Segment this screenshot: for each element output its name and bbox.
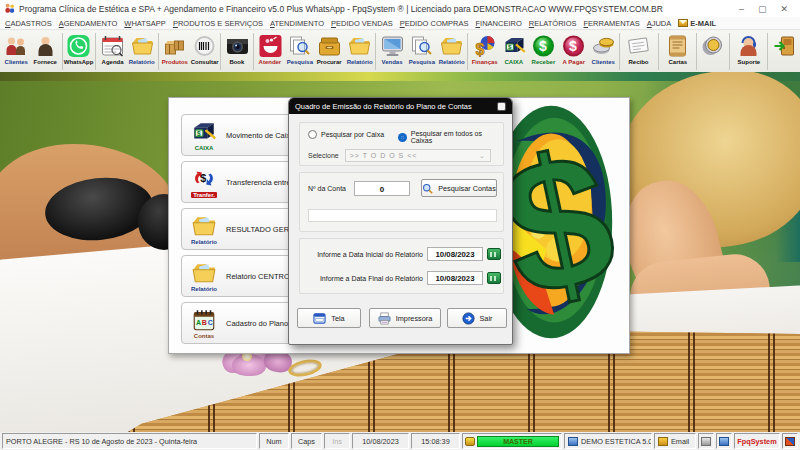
toolbar-label: Clientes xyxy=(592,58,615,65)
app-mini-icon xyxy=(785,437,795,446)
printer-icon xyxy=(701,437,711,446)
account-group: Nº da Conta 0 Pesquisar Contas xyxy=(299,172,504,232)
toolbar-vendas[interactable]: Vendas xyxy=(377,31,407,72)
toolbar-cartas[interactable]: Cartas xyxy=(660,31,696,72)
email-icon xyxy=(658,437,668,446)
toolbar-clientes[interactable]: Clientes xyxy=(1,31,31,72)
toolbar-agenda[interactable]: Agenda xyxy=(97,31,127,72)
menu-email[interactable]: E-MAIL xyxy=(678,19,716,28)
calendar-icon[interactable] xyxy=(487,248,501,260)
menu-cadastros[interactable]: CADASTROS xyxy=(5,19,52,28)
svg-text:B: B xyxy=(202,319,207,326)
account-number-input[interactable]: 0 xyxy=(354,181,410,196)
status-brand: FpqSystem xyxy=(734,433,780,449)
toolbar-relatorio-atendimento[interactable]: Relatório xyxy=(344,31,374,72)
exit-arrow-icon xyxy=(462,312,475,325)
svg-text:$: $ xyxy=(539,38,547,54)
toolbar-separator xyxy=(220,33,221,70)
menu-ferramentas[interactable]: FERRAMENTAS xyxy=(584,19,640,28)
toolbar-label: Pesquisa xyxy=(409,58,435,65)
account-name-field[interactable] xyxy=(308,209,497,222)
toolbar-sair[interactable] xyxy=(769,31,799,72)
finance-pie-dollar-icon: $ xyxy=(471,33,497,58)
toolbar-pesquisa-atendimento[interactable]: Pesquisa xyxy=(285,31,315,72)
menu-ajuda[interactable]: AJUDA xyxy=(647,19,672,28)
toolbar-procurar[interactable]: Procurar xyxy=(315,31,345,72)
status-email[interactable]: Email xyxy=(654,433,696,449)
menu-financeiro[interactable]: FINANCEIRO xyxy=(475,19,521,28)
menu-atendimento[interactable]: ATENDIMENTO xyxy=(270,19,324,28)
toolbar-label: Relatório xyxy=(129,58,155,65)
menu-whatsapp[interactable]: WHATSAPP xyxy=(124,19,166,28)
toolbar-separator xyxy=(62,33,63,70)
toolbar-separator xyxy=(729,33,730,70)
toolbar-label: Pesquisa xyxy=(287,58,313,65)
toolbar-clientes-financeiro[interactable]: Clientes xyxy=(588,31,618,72)
dialog-title-bar[interactable]: Quadro de Emissão do Relatório do Plano … xyxy=(289,98,512,114)
toolbar-relatorio-vendas[interactable]: Relatório xyxy=(437,31,467,72)
toolbar-label: CAIXA xyxy=(505,58,524,65)
email-icon xyxy=(678,19,688,27)
toolbar-caixa[interactable]: $ CAIXA xyxy=(499,31,529,72)
report-folder-icon xyxy=(439,33,465,58)
toolbar-separator xyxy=(375,33,376,70)
whatsapp-icon xyxy=(66,33,92,58)
maximize-button[interactable]: ▢ xyxy=(758,4,767,14)
toolbar-separator xyxy=(95,33,96,70)
menu-relatorios[interactable]: RELATÓRIOS xyxy=(529,19,577,28)
status-network[interactable] xyxy=(716,433,732,449)
radio-pesquisar-por-caixa[interactable]: Pesquisar por Caixa xyxy=(308,130,384,139)
toolbar-produtos[interactable]: Produtos xyxy=(160,31,190,72)
radio-pesquisar-todos-caixas[interactable]: Pesquisar em todos os Caixas xyxy=(398,130,503,144)
status-printer[interactable] xyxy=(698,433,714,449)
toolbar-moeda[interactable] xyxy=(698,31,728,72)
calendar-icon[interactable] xyxy=(487,272,501,284)
support-headset-icon xyxy=(736,33,762,58)
status-master-user: MASTER xyxy=(477,436,559,447)
sair-button[interactable]: Sair xyxy=(447,308,507,328)
close-button[interactable]: ✕ xyxy=(780,4,788,14)
toolbar-suporte[interactable]: Suporte xyxy=(731,31,767,72)
status-date: 10/08/2023 xyxy=(352,433,409,449)
toolbar-pesquisa-vendas[interactable]: Pesquisa xyxy=(407,31,437,72)
radio-on-icon[interactable] xyxy=(398,133,407,142)
radio-off-icon[interactable] xyxy=(308,130,317,139)
toolbar-apagar[interactable]: $ A Pagar xyxy=(559,31,589,72)
dialog-close-button[interactable] xyxy=(497,102,506,111)
toolbar-book[interactable]: Book xyxy=(222,31,252,72)
toolbar-separator xyxy=(158,33,159,70)
toolbar-consultar[interactable]: Consultar xyxy=(190,31,220,72)
camera-icon xyxy=(224,33,250,58)
minimize-button[interactable]: – xyxy=(739,4,744,14)
tela-button[interactable]: Tela xyxy=(297,308,361,328)
toolbar-recibo[interactable]: Recibo xyxy=(621,31,657,72)
search-mode-group: Pesquisar por Caixa Pesquisar em todos o… xyxy=(299,122,504,166)
data-inicial-input[interactable]: 10/08/2023 xyxy=(427,247,483,261)
menu-pedido-compras[interactable]: PEDIDO COMPRAS xyxy=(400,19,469,28)
caixa-select[interactable]: >> T O D O S << ⌄ xyxy=(345,149,491,162)
toolbar-fornecedores[interactable]: Fornece xyxy=(31,31,61,72)
dialog-title: Quadro de Emissão do Relatório do Plano … xyxy=(295,102,472,111)
chevron-down-icon: ⌄ xyxy=(479,152,486,160)
data-final-input[interactable]: 10/08/2023 xyxy=(427,271,483,285)
toolbar-relatorio-agenda[interactable]: Relatório xyxy=(127,31,157,72)
toolbar-whatsapp[interactable]: WhatsApp xyxy=(63,31,94,72)
attend-icon xyxy=(257,33,283,58)
printer-icon xyxy=(378,312,391,325)
toolbar-label: Receber xyxy=(532,58,556,65)
svg-text:A: A xyxy=(196,319,201,326)
letters-scroll-icon xyxy=(664,33,690,58)
report-folder-icon: Relatório xyxy=(182,213,226,245)
selecione-label: Selecione xyxy=(308,152,339,159)
toolbar-label: WhatsApp xyxy=(64,58,94,65)
toolbar-receber[interactable]: $ Receber xyxy=(529,31,559,72)
pesquisar-contas-button[interactable]: Pesquisar Contas xyxy=(421,179,497,197)
svg-text:$: $ xyxy=(197,130,201,138)
boxes-icon xyxy=(162,33,188,58)
impressora-button[interactable]: Impressora xyxy=(369,308,441,328)
toolbar-atender[interactable]: Atender xyxy=(255,31,285,72)
menu-produtos-servicos[interactable]: PRODUTOS E SERVIÇOS xyxy=(173,19,263,28)
menu-pedido-vendas[interactable]: PEDIDO VENDAS xyxy=(331,19,393,28)
toolbar-financas[interactable]: $ Finanças xyxy=(469,31,499,72)
menu-agendamento[interactable]: AGENDAMENTO xyxy=(59,19,118,28)
